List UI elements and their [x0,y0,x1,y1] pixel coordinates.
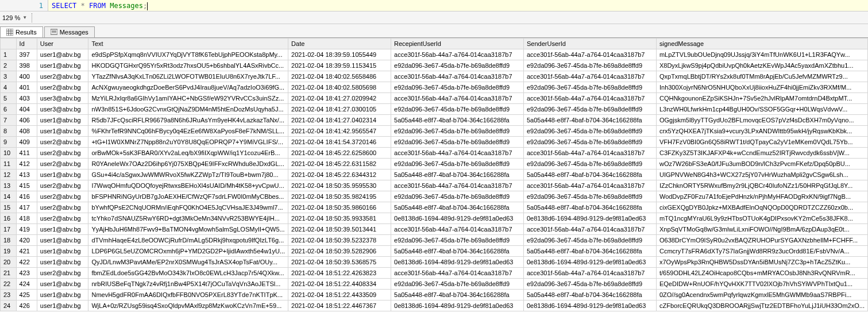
cell-text[interactable]: WjLA+0z/RZUsg59isq4SxoQldpvMAxl9zp8MzKwo… [88,300,288,311]
table-row[interactable]: 3400user2@abv.bgYTazZfNlvsA3qKxLTn06ZLi2… [1,71,868,82]
cell-date[interactable]: 2021-02-04 18:50:39.5013441 [288,224,391,235]
table-row[interactable]: 20422user1@abv.bgQyJD/LnwM3PavtAMe/EP2nr… [1,257,868,268]
cell-signedmessage[interactable]: UIGPNVWeN8G4h3+WCX27z5jY07vHrWuzhaMpli2g… [656,169,867,180]
cell-date[interactable]: 2021-02-04 18:50:35.9933581 [288,213,391,224]
sql-text[interactable]: SELECT * FROM Messages; [48,0,148,11]
cell-id[interactable]: 417 [16,202,37,213]
results-grid-container[interactable]: Id User Text Date RecepientUserId Sender… [0,38,868,311]
cell-date[interactable]: 2021-02-04 18:39:59.1153415 [288,60,391,71]
cell-user[interactable]: user1@abv.bg [37,257,88,268]
cell-recepientuserid[interactable]: 5a05a448-e8f7-4baf-b704-364c166288fa [391,115,524,126]
cell-text[interactable]: fbmZEdLdoe5sGG42BvMoO343k7IxO8c0EWLcH3Ja… [88,268,288,279]
cell-senderuserid[interactable]: e92da096-3e67-45da-b7fe-b69a8de8ffd9 [523,60,656,71]
cell-user[interactable]: user1@abv.bg [37,246,88,257]
cell-signedmessage[interactable]: cixGEXQgDYB0Jpkz+MXBAdfElnOqNQOpD0QDRDTZ… [656,202,867,213]
cell-recepientuserid[interactable]: acce301f-56ab-44a7-a764-014caa3187b7 [391,49,524,60]
header-senderuserid[interactable]: SenderUserId [523,38,656,49]
cell-text[interactable]: LDP6P6GL5eUZOMCROxmh6jP+YMD2GD2P+IjidIAw… [88,246,288,257]
row-number[interactable]: 1 [1,49,17,60]
cell-id[interactable]: 420 [16,235,37,246]
cell-id[interactable]: 397 [16,49,37,60]
cell-date[interactable]: 2021-02-04 18:50:35.9860166 [288,202,391,213]
cell-date[interactable]: 2021-02-04 18:51:22.4433509 [288,290,391,300]
cell-recepientuserid[interactable]: e92da096-3e67-45da-b7fe-b69a8de8ffd9 [391,137,524,148]
cell-text[interactable]: dTVmhHaqeE4zL8eOOWCjRufrD/mALg5DRkj9hxqp… [88,235,288,246]
cell-senderuserid[interactable]: 5a05a448-e8f7-4baf-b704-364c166288fa [523,202,656,213]
cell-date[interactable]: 2021-02-04 18:50:39.5282906 [288,246,391,257]
cell-senderuserid[interactable]: 5a05a448-e8f7-4baf-b704-364c166288fa [523,169,656,180]
cell-date[interactable]: 2021-02-04 18:40:02.5805698 [288,82,391,93]
cell-signedmessage[interactable]: QxpTxmqLBbtjDT/RYs2xk8uf0TMm8rApjEb/Cu5J… [656,71,867,82]
query-editor[interactable]: 1 SELECT * FROM Messages; [0,0,868,11]
cell-text[interactable]: nrbRIUSBeFqTNgk7z4vRfj1nBw4P5X14t7jOCuTa… [88,279,288,290]
cell-signedmessage[interactable]: XnpSqVTMoGq8w/G3mlwLiLxniFOWO//NgI9BmA/6… [656,224,867,235]
cell-id[interactable]: 424 [16,279,37,290]
cell-recepientuserid[interactable]: acce301f-56ab-44a7-a764-014caa3187b7 [391,93,524,104]
header-id[interactable]: Id [16,38,37,49]
cell-signedmessage[interactable]: WodDvpZF0Fzu7A1foEjePdHnzk/nPjhMyHFAODgR… [656,191,867,202]
cell-user[interactable]: user1@abv.bg [37,235,88,246]
cell-signedmessage[interactable]: VFH7FzV0BI0Gn6Q58iRWT1t/dQTpayCa2yV1eMKe… [656,137,867,148]
cell-signedmessage[interactable]: cZFborcEQRUkqQ3DBROOARjjSwjTtz2EDTBFhoYu… [656,300,867,311]
splitter-handle[interactable] [32,13,32,22]
cell-date[interactable]: 2021-02-04 18:50:39.5368575 [288,257,391,268]
cell-text[interactable]: I7WwqOHmfuQDOQfoyejRtwxsBEHoXl4sUAID/Mh4… [88,180,288,191]
cell-id[interactable]: 418 [16,213,37,224]
cell-recepientuserid[interactable]: e92da096-3e67-45da-b7fe-b69a8de8ffd9 [391,82,524,93]
cell-signedmessage[interactable]: IZzChknORTY5RWxufBmy2r9LjQBCr40IufoNZz1/… [656,180,867,191]
row-number[interactable]: 15 [1,202,17,213]
cell-signedmessage[interactable]: EQeDIDW+RnUOF/hYQvHXK7TTV02lXOjb7hVhSYiW… [656,279,867,290]
table-row[interactable]: 23425user1@abv.bgNmevH5gdFR0FmAA6DIQxfbF… [1,290,868,300]
cell-senderuserid[interactable]: acce301f-56ab-44a7-a764-014caa3187b7 [523,180,656,191]
row-number[interactable]: 3 [1,71,17,82]
cell-senderuserid[interactable]: 0e8138d6-1694-489d-9129-de9f81a0ed63 [523,213,656,224]
table-row[interactable]: 13415user2@abv.bgI7WwqOHmfuQDOQfoyejRtwx… [1,180,868,191]
table-row[interactable]: 22424user1@abv.bgnrbRIUSBeFqTNgk7z4vRfj1… [1,279,868,290]
results-grid[interactable]: Id User Text Date RecepientUserId Sender… [0,38,868,311]
cell-user[interactable]: user2@abv.bg [37,213,88,224]
cell-senderuserid[interactable]: acce301f-56ab-44a7-a764-014caa3187b7 [523,93,656,104]
table-row[interactable]: 24426user1@abv.bgWjLA+0z/RZUsg59isq4SxoQ… [1,300,868,311]
cell-senderuserid[interactable]: acce301f-56ab-44a7-a764-014caa3187b7 [523,148,656,159]
row-number[interactable]: 11 [1,159,17,169]
cell-id[interactable]: 398 [16,60,37,71]
row-number[interactable]: 24 [1,300,17,311]
row-number[interactable]: 18 [1,235,17,246]
cell-id[interactable]: 400 [16,71,37,82]
cell-user[interactable]: user1@abv.bg [37,224,88,235]
cell-id[interactable]: 422 [16,257,37,268]
table-row[interactable]: 10411user2@abv.bgorBwMOk+5sK3FBAR0/XYv2a… [1,148,868,159]
cell-signedmessage[interactable]: O638DrCYmO9ISyR0u2vxBAQZRUHOPurSYGAXNzbh… [656,235,867,246]
cell-date[interactable]: 2021-02-04 18:41:27.0300105 [288,104,391,115]
row-number[interactable]: 10 [1,148,17,159]
cell-signedmessage[interactable]: 0ZO//sg0Acendnx5wmPqfyrlqwzKgmxlE5MhGWMM… [656,290,867,300]
cell-senderuserid[interactable]: e92da096-3e67-45da-b7fe-b69a8de8ffd9 [523,159,656,169]
cell-signedmessage[interactable]: Inh300XojyrN6NrO5NHUQboXxUj8iioxHuZF4hi0… [656,82,867,93]
cell-recepientuserid[interactable]: acce301f-56ab-44a7-a764-014caa3187b7 [391,268,524,279]
table-row[interactable]: 5403user3@abv.bgMzYiLRJxIqr8a6GIhVy1amIY… [1,93,868,104]
cell-text[interactable]: NmevH5gdFR0FmAA6DIQxfbFFB0NVO5PXErL83YTd… [88,290,288,300]
cell-signedmessage[interactable]: mTQ1ncgMYraU6L9y9zHTbsOTUoK4gDIPxsovKY2m… [656,213,867,224]
cell-text[interactable]: MzYiLRJxIqr8a6GIhVy1amIYAHC+NbGSf/eW92YV… [88,93,288,104]
cell-id[interactable]: 415 [16,180,37,191]
cell-senderuserid[interactable]: e92da096-3e67-45da-b7fe-b69a8de8ffd9 [523,104,656,115]
cell-signedmessage[interactable]: x7OyWpsPkp3RnQHBW5DssDYAn5iBMUsNj7ZC3p+h… [656,257,867,268]
table-row[interactable]: 1397user1@abv.bge9dSpPSfpXqmq8nVVIUX7YqD… [1,49,868,60]
cell-date[interactable]: 2021-02-04 18:50:35.9595530 [288,180,391,191]
cell-user[interactable]: user1@abv.bg [37,49,88,60]
cell-text[interactable]: bYwhfQPsE2CNqUORMn/iEqhFQ0KhO4E5JqCVHsaJ… [88,202,288,213]
cell-recepientuserid[interactable]: e92da096-3e67-45da-b7fe-b69a8de8ffd9 [391,191,524,202]
cell-recepientuserid[interactable]: 5a05a448-e8f7-4baf-b704-364c166288fa [391,202,524,213]
cell-date[interactable]: 2021-02-04 18:45:22.6344312 [288,169,391,180]
row-number[interactable]: 9 [1,137,17,148]
cell-recepientuserid[interactable]: acce301f-56ab-44a7-a764-014caa3187b7 [391,180,524,191]
cell-senderuserid[interactable]: e92da096-3e67-45da-b7fe-b69a8de8ffd9 [523,126,656,137]
cell-signedmessage[interactable]: C3FZKy3Z5T3IKJAFXP4k+wCcndEmuz52IRTjRwvc… [656,148,867,159]
cell-date[interactable]: 2021-02-04 18:45:22.6258600 [288,148,391,159]
cell-id[interactable]: 423 [16,268,37,279]
cell-id[interactable]: 412 [16,159,37,169]
cell-senderuserid[interactable]: e92da096-3e67-45da-b7fe-b69a8de8ffd9 [523,137,656,148]
cell-id[interactable]: 416 [16,191,37,202]
cell-recepientuserid[interactable]: e92da096-3e67-45da-b7fe-b69a8de8ffd9 [391,235,524,246]
header-user[interactable]: User [37,38,88,49]
